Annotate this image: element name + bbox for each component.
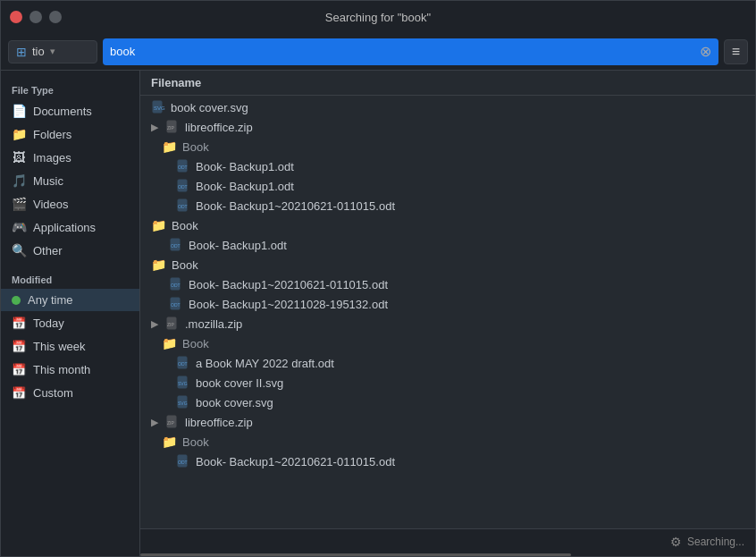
music-icon: 🎵 <box>12 173 26 188</box>
list-item[interactable]: ODT Book- Backup1~20210621-011015.odt <box>140 452 755 471</box>
file-icon: ZIP <box>165 316 180 331</box>
sidebar-item-label: Images <box>33 151 71 165</box>
search-bar: ⊗ <box>103 38 718 65</box>
svg-text:ODT: ODT <box>178 184 188 190</box>
sidebar-item-thismonth[interactable]: 📅 This month <box>1 358 139 381</box>
sidebar-item-videos[interactable]: 🎬 Videos <box>1 192 139 215</box>
list-item[interactable]: ODT Book- Backup1.odt <box>140 176 755 196</box>
svg-text:SVG: SVG <box>178 381 188 386</box>
file-name: .mozilla.zip <box>185 317 242 331</box>
menu-button[interactable]: ≡ <box>724 39 748 64</box>
status-area: ⚙ Searching... <box>670 535 744 549</box>
list-item[interactable]: ODT Book- Backup1.odt <box>140 156 755 176</box>
sidebar-item-thisweek[interactable]: 📅 This week <box>1 334 139 358</box>
chevron-right-icon: ▶ <box>151 122 158 133</box>
minimize-button[interactable] <box>29 11 42 23</box>
other-icon: 🔍 <box>12 243 26 257</box>
list-item[interactable]: 📁 Book <box>140 432 755 452</box>
custom-icon: 📅 <box>12 385 26 400</box>
folder-icon: 📁 <box>162 435 177 449</box>
file-name: Book- Backup1~20211028-195132.odt <box>189 298 388 311</box>
results-header: Filename <box>140 71 755 96</box>
list-item[interactable]: SVG book cover II.svg <box>140 373 755 392</box>
folder-name: Book <box>182 140 209 154</box>
file-icon: SVG <box>151 100 165 114</box>
svg-text:ZIP: ZIP <box>167 322 174 327</box>
applications-icon: 🎮 <box>12 220 26 234</box>
sidebar-item-documents[interactable]: 📄 Documents <box>1 99 139 122</box>
maximize-button[interactable] <box>49 11 62 23</box>
search-input[interactable] <box>110 45 700 58</box>
clear-search-icon[interactable]: ⊗ <box>700 45 711 59</box>
file-name: book cover.svg <box>196 396 273 409</box>
svg-text:SVG: SVG <box>178 401 188 406</box>
file-icon: SVG <box>176 395 190 409</box>
results-list[interactable]: SVG book cover.svg ▶ ZIP libreoffice.zip… <box>140 96 755 528</box>
list-item[interactable]: 📁 Book <box>140 215 755 235</box>
sidebar-item-label: Any time <box>28 293 73 307</box>
sidebar-item-label: Applications <box>33 221 96 234</box>
sidebar-item-applications[interactable]: 🎮 Applications <box>1 215 139 239</box>
svg-text:ODT: ODT <box>171 302 181 308</box>
sidebar-item-other[interactable]: 🔍 Other <box>1 239 139 262</box>
file-icon: ODT <box>176 159 190 173</box>
file-icon: ODT <box>176 198 190 213</box>
svg-text:ZIP: ZIP <box>167 420 174 426</box>
list-item[interactable]: ODT Book- Backup1~20210621-011015.odt <box>140 274 755 294</box>
modified-section-label: Modified <box>1 269 139 289</box>
file-name: libreoffice.zip <box>185 416 253 429</box>
svg-text:ODT: ODT <box>171 283 181 288</box>
sidebar-item-label: Videos <box>33 198 69 211</box>
folder-name: Book <box>182 435 209 449</box>
main-panel: Filename SVG book cover.svg ▶ ZIP libreo… <box>140 71 755 556</box>
sidebar-item-today[interactable]: 📅 Today <box>1 311 139 334</box>
sidebar-item-custom[interactable]: 📅 Custom <box>1 381 139 404</box>
sidebar-item-label: Custom <box>33 386 73 400</box>
month-icon: 📅 <box>12 362 26 376</box>
window-title: Searching for "book" <box>325 11 431 24</box>
list-item[interactable]: ODT Book- Backup1.odt <box>140 235 755 255</box>
list-item[interactable]: SVG book cover.svg <box>140 392 755 412</box>
list-item[interactable]: 📁 Book <box>140 333 755 353</box>
sidebar-item-label: This month <box>33 363 90 376</box>
file-icon: ODT <box>169 297 183 311</box>
sidebar-item-music[interactable]: 🎵 Music <box>1 169 139 192</box>
file-name: Book- Backup1~20210621-011015.odt <box>196 455 395 468</box>
chevron-down-icon: ▾ <box>50 46 55 57</box>
location-button[interactable]: ⊞ tio ▾ <box>8 40 97 63</box>
list-item[interactable]: ODT a Book MAY 2022 draft.odt <box>140 353 755 373</box>
close-button[interactable] <box>10 11 22 23</box>
list-item[interactable]: SVG book cover.svg <box>140 97 755 117</box>
file-icon: ZIP <box>165 120 180 134</box>
list-item[interactable]: ▶ ZIP libreoffice.zip <box>140 412 755 432</box>
folder-name: Book <box>172 258 198 272</box>
image-icon: 🖼 <box>12 150 26 165</box>
list-item[interactable]: 📁 Book <box>140 255 755 274</box>
svg-text:ODT: ODT <box>171 243 181 249</box>
file-icon: ODT <box>176 179 190 193</box>
file-name: Book- Backup1.odt <box>189 239 287 252</box>
list-item[interactable]: ▶ ZIP .mozilla.zip <box>140 314 755 333</box>
progressbar-fill <box>140 553 571 556</box>
statusbar: ⚙ Searching... <box>140 528 755 553</box>
sidebar-item-folders[interactable]: 📁 Folders <box>1 122 139 146</box>
sidebar-item-anytime[interactable]: Any time <box>1 289 139 311</box>
location-label: tio <box>32 45 45 58</box>
chevron-right-icon: ▶ <box>151 417 158 428</box>
svg-text:ODT: ODT <box>178 361 188 367</box>
sidebar: File Type 📄 Documents 📁 Folders 🖼 Images… <box>1 71 140 556</box>
content-area: File Type 📄 Documents 📁 Folders 🖼 Images… <box>1 71 755 556</box>
sidebar-item-label: Today <box>33 316 64 330</box>
video-icon: 🎬 <box>12 197 26 211</box>
list-item[interactable]: ODT Book- Backup1~20210621-011015.odt <box>140 196 755 215</box>
list-item[interactable]: 📁 Book <box>140 137 755 156</box>
list-item[interactable]: ▶ ZIP libreoffice.zip <box>140 117 755 137</box>
titlebar: Searching for "book" <box>1 1 755 33</box>
chevron-right-icon: ▶ <box>151 318 158 330</box>
list-item[interactable]: ODT Book- Backup1~20211028-195132.odt <box>140 294 755 314</box>
sidebar-item-images[interactable]: 🖼 Images <box>1 146 139 169</box>
file-icon: ODT <box>169 238 183 252</box>
sidebar-item-label: Documents <box>33 105 92 118</box>
svg-text:ODT: ODT <box>178 165 188 170</box>
folder-name: Book <box>182 337 209 350</box>
